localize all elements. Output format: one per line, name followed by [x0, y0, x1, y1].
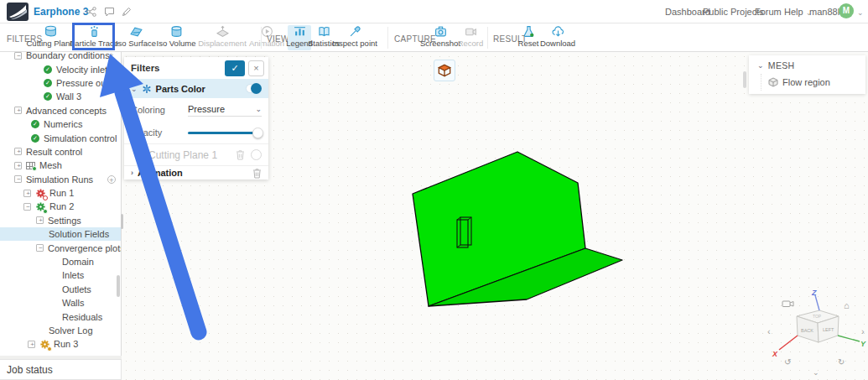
expand-icon[interactable]: [14, 162, 22, 169]
z-axis-label: Z: [811, 289, 817, 297]
rotate-left-chevron-icon[interactable]: ‹: [767, 326, 771, 336]
y-axis-label: Y: [860, 340, 866, 348]
app-logo[interactable]: [7, 3, 29, 21]
tree-item-inlets[interactable]: Inlets: [0, 268, 121, 282]
tree-item-domain[interactable]: Domain: [0, 255, 121, 268]
chevron-down-icon: ⌄: [757, 61, 764, 70]
collapse-icon[interactable]: [14, 175, 22, 183]
iso-volume-button[interactable]: Iso Volume: [156, 25, 196, 50]
tree-item-simulation-control[interactable]: Simulation control: [0, 131, 121, 144]
orientation-cube-widget[interactable]: TOP BACK LEFT Z X Y ⌂ ‹ › ↺ ↻ ⌄: [766, 288, 868, 378]
tree-item-wall-3[interactable]: Wall 3: [0, 90, 121, 103]
particle-trace-button[interactable]: Particle Trace: [72, 25, 116, 50]
trash-icon[interactable]: [252, 168, 262, 179]
collapse-icon[interactable]: [36, 244, 44, 252]
panel-resize-handle[interactable]: [121, 214, 123, 229]
opacity-slider[interactable]: [188, 128, 262, 138]
home-view-icon[interactable]: ⌂: [844, 300, 850, 310]
tree-item-run-3[interactable]: Run 3: [0, 337, 121, 351]
reset-button[interactable]: Reset: [517, 25, 539, 50]
cutting-plane-toggle-off[interactable]: [251, 149, 262, 160]
cutting-plane-icon: [44, 25, 57, 38]
parts-color-row[interactable]: ⌄ Parts Color: [124, 79, 268, 98]
tree-item-solution-fields[interactable]: Solution Fields: [0, 227, 121, 241]
simulation-tree-panel: Boundary conditions + Velocity inlet 1 P…: [0, 52, 122, 356]
tree-item-numerics[interactable]: Numerics: [0, 117, 121, 131]
cutting-plane-button[interactable]: Cutting Plane: [27, 25, 74, 50]
trash-icon[interactable]: [236, 149, 245, 160]
share-icon[interactable]: [86, 7, 96, 17]
account-chevron-down-icon[interactable]: ⌄: [857, 8, 864, 17]
inspect-point-button[interactable]: Inspect point: [336, 25, 373, 50]
comment-icon[interactable]: [104, 7, 115, 17]
tree-item-walls[interactable]: Walls: [0, 296, 121, 310]
close-x-button[interactable]: ×: [248, 60, 264, 76]
camera-icon[interactable]: [782, 301, 793, 307]
particle-trace-icon: [88, 25, 101, 38]
flow-region-row[interactable]: Flow region: [761, 74, 865, 91]
tree-item-solver-log[interactable]: Solver Log: [0, 324, 121, 337]
filters-panel-header: Filters ✓ ×: [124, 57, 268, 79]
parts-color-toggle-on[interactable]: [251, 83, 262, 94]
iso-surface-button[interactable]: Iso Surface: [116, 25, 156, 50]
displacement-button[interactable]: Displacement: [198, 25, 247, 50]
rotate-ccw-icon[interactable]: ↺: [784, 357, 791, 367]
show-mesh-wireframe-button[interactable]: [434, 60, 455, 81]
tree-item-run-2[interactable]: Run 2: [0, 200, 121, 213]
tree-item-boundary-conditions[interactable]: Boundary conditions +: [0, 52, 121, 62]
tree-item-advanced-concepts[interactable]: Advanced concepts: [0, 104, 121, 117]
download-button[interactable]: Download: [540, 25, 575, 50]
tree-item-convergence-plots[interactable]: Convergence plots: [0, 241, 121, 254]
nav-help[interactable]: Help ⌄: [784, 7, 812, 17]
record-button[interactable]: Record: [458, 25, 483, 50]
tree-item-result-control[interactable]: Result control: [0, 145, 121, 159]
opacity-slider-knob[interactable]: [252, 128, 263, 138]
tree-item-pressure-outlet-2[interactable]: Pressure outlet 2: [0, 76, 121, 90]
coloring-select[interactable]: Pressure ⌄: [188, 104, 262, 117]
tree-item-simulation-runs[interactable]: Simulation Runs +: [0, 173, 121, 186]
expand-icon[interactable]: [28, 341, 35, 348]
user-avatar[interactable]: M: [839, 3, 854, 18]
screenshot-button[interactable]: Screenshot: [423, 25, 458, 50]
apply-check-button[interactable]: ✓: [225, 60, 245, 76]
cutting-plane-1-row[interactable]: Cutting Plane 1: [124, 143, 268, 165]
add-run-icon[interactable]: +: [107, 175, 116, 184]
nav-forum[interactable]: Forum: [755, 7, 782, 17]
mesh-group-row[interactable]: ⌄ MESH: [749, 55, 865, 74]
opacity-row: Opacity: [124, 122, 268, 143]
check-circle-icon: [44, 79, 52, 87]
tree-item-outlets[interactable]: Outlets: [0, 283, 121, 296]
toolbar-separator: [261, 27, 262, 49]
inspect-point-icon: [349, 25, 361, 38]
orientation-cube[interactable]: TOP BACK LEFT: [797, 310, 839, 342]
tree-item-mesh[interactable]: Mesh: [0, 159, 121, 172]
tree-item-settings[interactable]: Settings: [0, 214, 121, 227]
expand-icon[interactable]: [14, 148, 22, 155]
screenshot-camera-icon: [434, 25, 447, 38]
opacity-label: Opacity: [131, 128, 188, 138]
animation-row[interactable]: › Animation: [124, 165, 268, 180]
tree-scrollbar-thumb[interactable]: [117, 275, 120, 297]
reset-flask-icon: [522, 25, 535, 38]
rotate-cw-icon[interactable]: ↻: [838, 357, 845, 367]
tree-item-velocity-inlet-1[interactable]: Velocity inlet 1: [0, 62, 121, 75]
add-icon[interactable]: +: [107, 52, 116, 60]
expand-icon[interactable]: [36, 216, 44, 224]
app-window: Earphone 3 Dashboard Public Projects For…: [0, 0, 868, 380]
expand-icon[interactable]: [23, 190, 31, 197]
chevron-down-icon[interactable]: ⌄: [813, 368, 819, 377]
collapse-icon[interactable]: [14, 52, 22, 60]
cube-face-back-label: BACK: [801, 328, 813, 333]
tree-item-residuals[interactable]: Residuals: [0, 310, 121, 323]
edit-pencil-icon[interactable]: [122, 7, 132, 17]
cube-face-left-label: LEFT: [823, 327, 834, 332]
job-status-bar[interactable]: Job status: [0, 359, 122, 380]
rotate-right-chevron-icon[interactable]: ›: [861, 326, 865, 336]
expand-icon[interactable]: [14, 107, 22, 114]
check-badge: [32, 166, 37, 171]
iso-volume-icon: [170, 25, 183, 38]
tree-item-run-1[interactable]: Run 1: [0, 186, 121, 200]
coloring-label: Coloring: [131, 105, 188, 115]
viewport-scroll-indicator: [743, 71, 746, 88]
collapse-icon[interactable]: [23, 203, 31, 211]
